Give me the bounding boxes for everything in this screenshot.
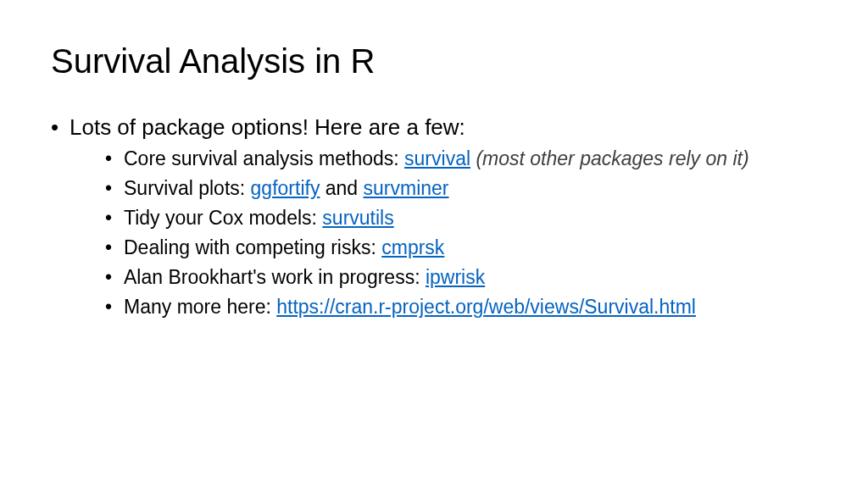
item-note: (most other packages rely on it) bbox=[476, 147, 748, 169]
item-prefix: Dealing with competing risks: bbox=[124, 236, 381, 258]
sub-list: Core survival analysis methods: survival… bbox=[70, 146, 817, 320]
list-item: Tidy your Cox models: survutils bbox=[105, 205, 817, 231]
list-item: Survival plots: ggfortify and survminer bbox=[105, 175, 817, 202]
link-cran-survival[interactable]: https://cran.r-project.org/web/views/Sur… bbox=[276, 296, 696, 318]
list-item: Core survival analysis methods: survival… bbox=[105, 146, 817, 172]
item-mid: and bbox=[320, 177, 363, 199]
link-survutils[interactable]: survutils bbox=[322, 207, 393, 229]
item-prefix: Core survival analysis methods: bbox=[124, 147, 404, 169]
main-bullet: Lots of package options! Here are a few:… bbox=[51, 114, 817, 320]
item-prefix: Tidy your Cox models: bbox=[124, 207, 322, 229]
link-survminer[interactable]: survminer bbox=[364, 177, 449, 199]
list-item: Alan Brookhart's work in progress: ipwri… bbox=[105, 264, 817, 291]
list-item: Many more here: https://cran.r-project.o… bbox=[105, 294, 817, 320]
item-prefix: Survival plots: bbox=[124, 177, 251, 199]
main-bullet-text: Lots of package options! Here are a few: bbox=[70, 114, 465, 140]
item-prefix: Alan Brookhart's work in progress: bbox=[124, 266, 426, 288]
link-ipwrisk[interactable]: ipwrisk bbox=[426, 266, 485, 288]
slide-title: Survival Analysis in R bbox=[51, 42, 817, 80]
list-item: Dealing with competing risks: cmprsk bbox=[105, 235, 817, 261]
link-survival[interactable]: survival bbox=[404, 147, 470, 169]
link-ggfortify[interactable]: ggfortify bbox=[251, 177, 320, 199]
link-cmprsk[interactable]: cmprsk bbox=[381, 236, 444, 258]
item-prefix: Many more here: bbox=[124, 296, 276, 318]
main-list: Lots of package options! Here are a few:… bbox=[51, 114, 817, 320]
